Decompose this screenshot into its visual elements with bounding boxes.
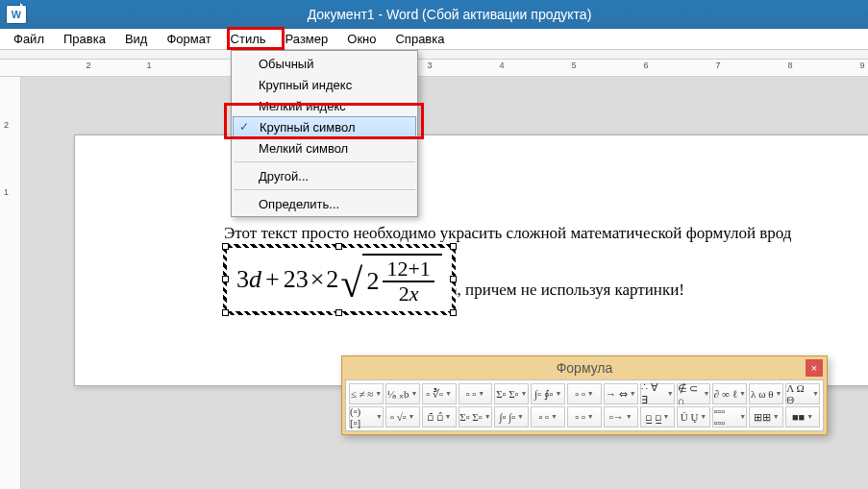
menu-window[interactable]: Окно: [337, 30, 385, 48]
dropdown-arrow-icon: ▼: [376, 413, 383, 421]
ruler-h-tick: 9: [859, 61, 864, 70]
separator: [234, 189, 415, 190]
formula-palette-button[interactable]: (▫) [▫]▼: [349, 406, 384, 428]
formula-palette-button[interactable]: Ū Ų▼: [677, 406, 711, 428]
frac-denominator: 2x: [395, 282, 423, 306]
document-page[interactable]: [74, 134, 868, 386]
ribbon-area: [0, 50, 868, 60]
formula-palette-button[interactable]: ▫ ▫▼: [531, 406, 565, 428]
palette-glyphs: ▫̄ ▫̂: [427, 411, 443, 424]
dd-item-small-index[interactable]: Мелкий индекс: [232, 95, 417, 116]
formula-palette-button[interactable]: ≤ ≠ ≈▼: [349, 383, 384, 404]
formula-palette-button[interactable]: Σ▫ Σ▫▼: [494, 383, 529, 404]
palette-glyphs: ■■: [792, 411, 805, 423]
resize-handle[interactable]: [222, 309, 229, 316]
size-dropdown: Обычный Крупный индекс Мелкий индекс ✓Кр…: [231, 50, 418, 217]
document-text-line1[interactable]: Этот текст просто необходимо украсить сл…: [224, 224, 791, 243]
formula-palette-button[interactable]: ∂ ∞ ℓ▼: [712, 383, 747, 404]
formula-palette-button[interactable]: ■■▼: [785, 406, 820, 428]
document-text-line2[interactable]: а, причем не используя картинки!: [450, 281, 684, 300]
palette-glyphs: ▫ ▫: [466, 388, 477, 400]
dd-item-other[interactable]: Другой...: [232, 165, 417, 186]
palette-glyphs: Λ Ω Θ: [786, 382, 810, 405]
dd-item-large-index[interactable]: Крупный индекс: [232, 74, 417, 95]
formula-palette-button[interactable]: λ ω θ▼: [749, 383, 783, 404]
dd-item-small-symbol[interactable]: Мелкий символ: [232, 137, 417, 159]
menu-size[interactable]: Размер: [276, 30, 338, 48]
equation-object[interactable]: 3d + 23 × 2 √ 2 12+1 2x: [224, 245, 455, 314]
close-button[interactable]: ×: [806, 359, 823, 377]
dd-label: Другой...: [259, 169, 309, 183]
resize-handle[interactable]: [335, 243, 342, 250]
dd-label: Обычный: [259, 57, 313, 71]
dd-item-normal[interactable]: Обычный: [232, 53, 417, 74]
resize-handle[interactable]: [335, 309, 342, 316]
formula-palette-button[interactable]: Σ▫ Σ▫▼: [459, 406, 493, 428]
resize-handle[interactable]: [450, 276, 457, 282]
fraction: 12+1 2x: [383, 257, 434, 306]
formula-palette-button[interactable]: ▫̲ ▫̲▼: [640, 406, 675, 428]
palette-glyphs: ▫→: [609, 411, 624, 423]
formula-palette-button[interactable]: ▫▫▫ ▫▫▫▼: [712, 406, 747, 428]
dd-label: Крупный индекс: [259, 78, 352, 92]
palette-glyphs: → ⇔: [606, 388, 628, 401]
dropdown-arrow-icon: ▼: [739, 390, 746, 398]
dropdown-arrow-icon: ▼: [445, 390, 452, 398]
formula-palette-button[interactable]: ▫ ▫▼: [567, 383, 602, 404]
formula-palette-button[interactable]: ∴ ∀ ∃▼: [640, 383, 675, 404]
ruler-v-tick: 1: [4, 187, 9, 197]
sqrt-content: 2 12+1 2x: [362, 254, 441, 306]
formula-palette-button[interactable]: ▫ √▫▼: [385, 406, 420, 428]
resize-handle[interactable]: [450, 243, 457, 250]
equation-content: 3d + 23 × 2 √ 2 12+1 2x: [236, 254, 442, 306]
ruler-h-tick: 1: [146, 61, 151, 70]
menu-style[interactable]: Стиль: [221, 30, 276, 48]
formula-palette-button[interactable]: → ⇔▼: [604, 383, 638, 404]
dd-label: Крупный символ: [260, 120, 356, 134]
toolbar-body: ≤ ≠ ≈▼¹⁄ₐ ₓb▼▫ ∛▫▼▫ ▫▼Σ▫ Σ▫▼∫▫ ∮▫▼▫ ▫▼→ …: [345, 379, 824, 431]
menu-view[interactable]: Вид: [115, 30, 158, 48]
menu-help[interactable]: Справка: [385, 30, 454, 48]
formula-palette-button[interactable]: ▫ ▫▼: [567, 406, 602, 428]
sqrt-icon: √: [340, 260, 362, 306]
formula-palette-button[interactable]: ▫→▼: [604, 406, 638, 428]
dropdown-arrow-icon: ▼: [551, 413, 558, 421]
toolbar-title[interactable]: Формула ×: [342, 356, 827, 379]
formula-palette-button[interactable]: ▫̄ ▫̂▼: [422, 406, 457, 428]
dropdown-arrow-icon: ▼: [773, 413, 780, 421]
dd-label: Мелкий символ: [259, 141, 348, 156]
palette-glyphs: ∉ ⊂ ∩: [678, 382, 702, 406]
menu-format[interactable]: Формат: [157, 30, 220, 48]
ruler-h-tick: 8: [787, 61, 792, 70]
vertical-ruler[interactable]: 2 1: [0, 77, 21, 489]
eq-var: d: [249, 265, 261, 294]
resize-handle[interactable]: [222, 276, 229, 282]
formula-toolbar[interactable]: Формула × ≤ ≠ ≈▼¹⁄ₐ ₓb▼▫ ∛▫▼▫ ▫▼Σ▫ Σ▫▼∫▫…: [341, 355, 828, 435]
menu-file[interactable]: Файл: [4, 30, 54, 48]
formula-palette-button[interactable]: ▫ ▫▼: [459, 383, 493, 404]
ruler-h-tick: 3: [427, 61, 432, 70]
formula-palette-button[interactable]: ⊞⊞▼: [749, 406, 783, 428]
eq-num: 3: [236, 265, 249, 294]
resize-handle[interactable]: [450, 309, 457, 316]
dropdown-arrow-icon: ▼: [445, 413, 452, 421]
ruler-h-tick: 7: [715, 61, 720, 70]
menu-edit[interactable]: Правка: [54, 30, 115, 48]
resize-handle[interactable]: [222, 243, 229, 250]
formula-palette-button[interactable]: ∫▫ ∫▫▼: [494, 406, 529, 428]
dropdown-arrow-icon: ▼: [484, 413, 491, 421]
formula-palette-button[interactable]: Λ Ω Θ▼: [785, 383, 820, 404]
dd-item-large-symbol[interactable]: ✓Крупный символ: [233, 116, 416, 137]
dd-item-define[interactable]: Определить...: [232, 193, 417, 214]
dd-label: Определить...: [259, 197, 339, 211]
dropdown-arrow-icon: ▼: [812, 390, 819, 398]
formula-palette-button[interactable]: ∫▫ ∮▫▼: [531, 383, 565, 404]
formula-palette-button[interactable]: ¹⁄ₐ ₓb▼: [385, 383, 420, 404]
formula-palette-button[interactable]: ∉ ⊂ ∩▼: [677, 383, 711, 404]
palette-glyphs: λ ω θ: [751, 388, 773, 400]
eq-num: 2: [326, 265, 338, 294]
horizontal-ruler[interactable]: 2 1 1 2 3 4 5 6 7 8 9: [0, 60, 868, 77]
formula-palette-button[interactable]: ▫ ∛▫▼: [422, 383, 457, 404]
palette-glyphs: ≤ ≠ ≈: [351, 388, 374, 400]
eq-op: ×: [310, 265, 325, 294]
